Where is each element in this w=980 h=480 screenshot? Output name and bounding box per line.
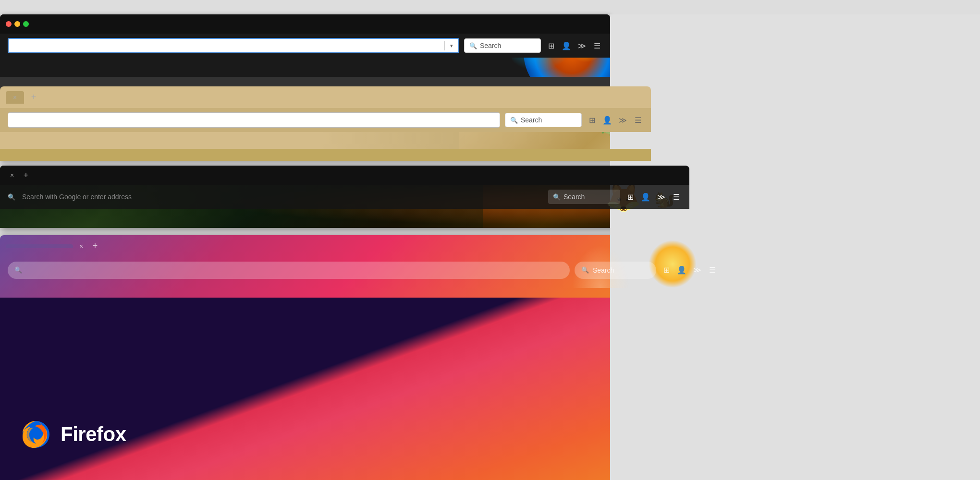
url-bar-1[interactable]: ▾ (8, 38, 459, 53)
overflow-icon-2[interactable]: ≫ (617, 115, 628, 125)
url-bar-2[interactable] (8, 112, 500, 128)
search-icon-4: 🔍 (581, 266, 589, 274)
close-tab-2[interactable]: × (11, 93, 19, 102)
add-tab-4[interactable]: + (89, 240, 101, 252)
sidebar-icon-2[interactable]: ⊞ (587, 115, 597, 125)
search-icon-3: 🔍 (553, 193, 561, 201)
search-label-2: Search (521, 116, 542, 124)
menu-icon-3[interactable]: ☰ (671, 192, 682, 202)
overflow-icon-1[interactable]: ≫ (576, 40, 587, 51)
browser-window-1: ▾ 🔍 Search ⊞ 👤 ≫ ☰ (0, 14, 610, 91)
search-icon-1: 🔍 (469, 42, 477, 49)
firefox-brand: Firefox (19, 418, 126, 451)
search-box-1[interactable]: 🔍 Search (464, 38, 541, 53)
sidebar-icon-1[interactable]: ⊞ (546, 40, 556, 51)
dropdown-button[interactable]: ▾ (445, 43, 458, 49)
window-controls (6, 21, 29, 27)
search-icon-2: 🔍 (510, 117, 518, 124)
tab-4 (6, 244, 73, 248)
profile-icon-2[interactable]: 👤 (602, 115, 612, 125)
firefox-logo (19, 418, 53, 451)
close-dot[interactable] (6, 21, 12, 27)
add-tab-2[interactable]: + (28, 92, 39, 103)
menu-icon-1[interactable]: ☰ (592, 40, 602, 51)
search-box-3[interactable]: 🔍 Search (548, 190, 620, 204)
profile-icon-1[interactable]: 👤 (561, 40, 572, 51)
add-tab-3[interactable]: + (20, 169, 32, 181)
browser-window-2: 🐉 × + 🔍 Search ⊞ 👤 ≫ ☰ (0, 86, 651, 161)
search-label-1: Search (480, 42, 501, 49)
overflow-icon-4[interactable]: ≫ (692, 265, 702, 276)
firefox-brand-name: Firefox (61, 423, 126, 446)
minimize-dot[interactable] (14, 21, 20, 27)
profile-icon-4[interactable]: 👤 (676, 265, 687, 276)
close-tab-3[interactable]: × (8, 171, 16, 180)
search-box-4[interactable]: 🔍 Search (575, 262, 656, 279)
url-input-1[interactable] (9, 39, 444, 52)
search-label-4: Search (593, 266, 614, 274)
sidebar-icon-3[interactable]: ⊞ (625, 192, 636, 202)
url-bar-4[interactable]: 🔍 (8, 262, 570, 279)
menu-icon-2[interactable]: ☰ (633, 115, 643, 125)
search-box-2[interactable]: 🔍 Search (505, 113, 582, 127)
overflow-icon-3[interactable]: ≫ (656, 192, 666, 202)
url-search-icon: 🔍 (8, 193, 15, 201)
menu-icon-4[interactable]: ☰ (707, 265, 718, 276)
url-input-2[interactable] (8, 113, 500, 127)
tab-1: × (6, 91, 24, 104)
profile-icon-3[interactable]: 👤 (640, 192, 651, 202)
search-label-3: Search (564, 193, 585, 201)
sidebar-icon-4[interactable]: ⊞ (661, 265, 672, 276)
url-icon-4: 🔍 (14, 266, 22, 274)
url-bar-3[interactable]: Search with Google or enter address (22, 193, 543, 201)
maximize-dot[interactable] (23, 21, 29, 27)
close-tab-4[interactable]: × (77, 242, 86, 251)
browser-window-3: 🦊 🐿️ × + 🔍 Search with Google or enter a… (0, 166, 689, 228)
